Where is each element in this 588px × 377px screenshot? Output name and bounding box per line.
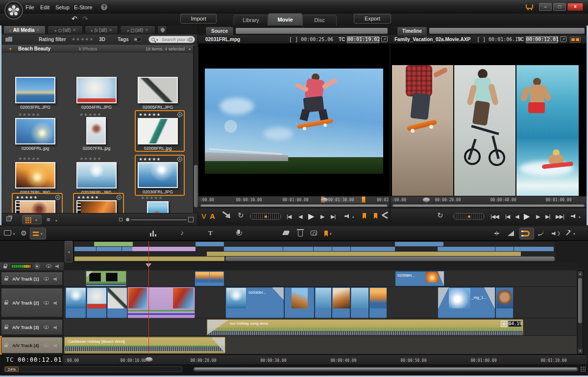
dynamic-length-icon[interactable] (508, 231, 514, 236)
tab-disc[interactable]: Disc (302, 15, 337, 25)
library-tab-effects[interactable]: ▸fx(all)× (85, 25, 118, 34)
clip-video[interactable] (86, 287, 107, 318)
clip-video-mg1[interactable]: _mg_1... (438, 287, 495, 318)
navigator-collapse-handle[interactable]: ◂ (65, 241, 73, 262)
trash-delete-icon[interactable] (298, 231, 303, 236)
mark-in-button[interactable] (363, 213, 366, 219)
tab-close-icon[interactable]: × (109, 27, 112, 33)
library-tab-elements[interactable]: ▸(all)× (120, 25, 155, 34)
volume-icon[interactable] (571, 214, 577, 218)
clip-video[interactable] (332, 287, 350, 318)
timeline-preview-scrubber[interactable]: :00.00 00:00:20.00 00:00:40.00 00:01:00.… (391, 196, 587, 208)
info-icon[interactable]: i (117, 195, 122, 200)
caret-down-icon[interactable]: ▾ (573, 232, 575, 236)
rating-stars[interactable]: ★★★★★ (16, 195, 38, 200)
source-tab[interactable]: Source (205, 26, 234, 35)
tab-library[interactable]: Library (234, 15, 268, 25)
smart-tool-wand-icon[interactable] (566, 231, 571, 236)
timeline-vscrollbar[interactable]: ▲ ▼ (577, 271, 583, 354)
group-sort-icon[interactable]: ▲ (188, 47, 192, 51)
media-thumbnail[interactable] (76, 162, 117, 188)
loop-playback-icon[interactable]: ↻ (437, 211, 443, 220)
clip-video[interactable] (65, 287, 86, 318)
clip-montage-purple[interactable] (127, 287, 195, 318)
go-to-end-button[interactable]: ▶| (331, 213, 335, 220)
clip-video[interactable] (369, 287, 387, 318)
ruler-playhead-grip[interactable] (145, 357, 153, 362)
group-collapse-icon[interactable]: ▼ (8, 47, 12, 51)
thumb-zoom-knob[interactable] (126, 218, 129, 221)
media-thumbnail[interactable] (138, 118, 178, 144)
lock-icon[interactable] (4, 327, 8, 329)
tags-toggle[interactable] (133, 37, 142, 42)
info-icon[interactable]: i (177, 112, 182, 117)
track-header-1[interactable]: A/V Track (1) (1, 272, 63, 285)
clip-video[interactable] (315, 287, 332, 318)
timeline-zoom-slider[interactable] (4, 366, 182, 372)
tab-close-icon[interactable]: × (73, 27, 75, 33)
tab-close-icon[interactable]: × (37, 27, 40, 33)
library-tab-all-media[interactable]: ▸All Media× (3, 25, 46, 34)
mute-speaker-icon[interactable] (53, 301, 58, 305)
clip-video[interactable] (350, 287, 369, 318)
add-marker-icon[interactable] (324, 231, 328, 236)
track-header-2[interactable]: A/V Track (2) (1, 288, 63, 317)
go-to-start-button[interactable]: |◀ (505, 213, 510, 220)
thumb-zoom-track[interactable] (131, 219, 187, 220)
clip-video-02058[interactable]: 02058frl... (395, 271, 444, 286)
audio-scrub-icon[interactable] (552, 232, 557, 236)
rating-filter-label[interactable]: Rating filter (39, 37, 66, 42)
audio-monitor-toggle[interactable]: A (210, 212, 215, 220)
rating-stars[interactable]: ★★★★★ (79, 112, 101, 117)
lock-icon[interactable] (4, 345, 8, 347)
resize-grip[interactable] (580, 366, 587, 373)
rating-stars[interactable]: ★★★★★ (18, 156, 40, 161)
track-header-3[interactable]: A/V Track (3) (1, 319, 63, 335)
volume-keyframe-icon[interactable] (538, 231, 544, 236)
zoom-large-icon[interactable] (188, 217, 194, 222)
frame-forward-button[interactable]: ▶ (320, 213, 324, 220)
source-scrubber[interactable]: :00.00 00:00:30.00 00:01:00.00 00:01:30.… (198, 196, 390, 208)
tab-close-icon[interactable]: × (145, 27, 148, 33)
mute-speaker-icon[interactable] (53, 344, 58, 348)
rating-stars[interactable]: ★★★★★ (79, 156, 101, 161)
info-icon[interactable]: i (177, 157, 182, 162)
maximize-button[interactable]: □ (553, 3, 566, 11)
loop-playback-icon[interactable]: ↻ (238, 211, 244, 220)
search-input[interactable] (162, 37, 189, 43)
rating-stars[interactable]: ★★★★★ (141, 195, 163, 200)
trim-mode-icon[interactable]: ◂|▸ (494, 231, 499, 236)
source-scrollbar[interactable] (199, 204, 389, 208)
voiceover-mic-icon[interactable] (237, 230, 240, 234)
clip-video[interactable] (495, 287, 514, 318)
razor-split-icon[interactable] (282, 231, 290, 235)
timeline-hscrollbar[interactable] (193, 367, 578, 372)
dual-view-toggle[interactable] (570, 37, 581, 43)
clip-audio-scorefitter[interactable]: Caribbean Holiday [Beach Wind] (64, 337, 225, 353)
jog-shuttle-wheel[interactable] (250, 213, 281, 220)
menu-setup[interactable]: Setup (55, 4, 70, 10)
volume-icon[interactable] (344, 214, 350, 218)
rating-stars[interactable]: ★★★★★ (18, 112, 40, 117)
video-monitor-toggle[interactable]: V (201, 212, 206, 220)
menu-edit[interactable]: Edit (40, 4, 49, 10)
3d-filter-label[interactable]: 3D (99, 37, 105, 42)
timeline-settings-gear-icon[interactable]: ⚙ (21, 229, 27, 237)
clip-video[interactable] (195, 271, 224, 286)
library-tab-pin[interactable] (157, 25, 167, 34)
stack-view-icon[interactable] (6, 216, 11, 221)
volume-caret-icon[interactable]: ▾ (579, 215, 581, 219)
mark-out-handle[interactable] (362, 196, 366, 203)
caret-down-icon[interactable]: ▾ (55, 219, 57, 223)
grid-view-button[interactable]: ▾ (22, 215, 42, 224)
clip-video[interactable] (107, 287, 127, 318)
lock-icon[interactable] (4, 302, 8, 305)
media-thumbnail[interactable] (15, 77, 55, 103)
rating-stars[interactable]: ★★★★★ (139, 112, 161, 117)
master-expand-button[interactable]: ▸ (34, 263, 40, 269)
audio-mixer-icon[interactable] (150, 231, 156, 236)
clip-title-green[interactable] (86, 271, 126, 286)
menu-estore[interactable]: E-Store (74, 4, 92, 10)
clip-video-02030[interactable]: 02030frl... (225, 287, 284, 318)
volume-caret-icon[interactable]: ▾ (352, 215, 354, 219)
